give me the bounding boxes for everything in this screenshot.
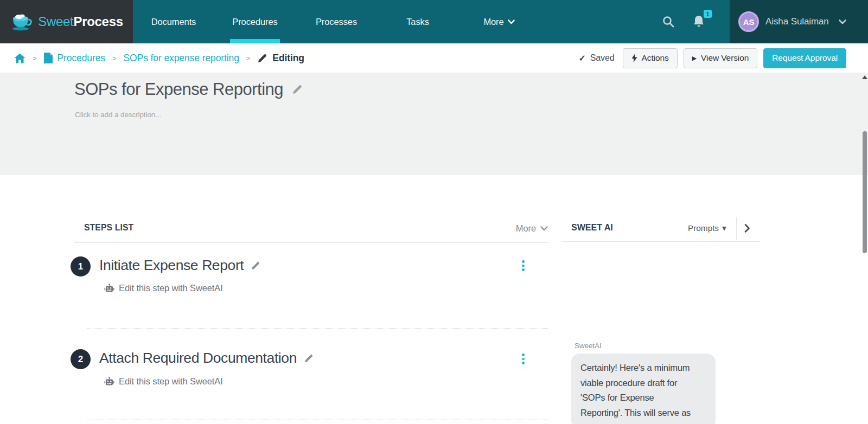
procedure-header: SOPs for Expense Reporting Click to add … [0, 73, 868, 175]
chat-sender-label: SweetAI [575, 342, 602, 350]
sweet-ai-heading: SWEET AI [571, 222, 613, 233]
pencil-icon[interactable] [292, 84, 303, 95]
brand-logo[interactable]: SweetProcess [0, 0, 133, 43]
breadcrumb: > Procedures > SOPs for expense reportin… [14, 43, 304, 73]
breadcrumb-current: Editing [257, 53, 304, 64]
lightning-icon [631, 54, 637, 62]
step-2-menu-button[interactable] [520, 351, 527, 367]
document-icon [44, 53, 53, 63]
scrollbar-thumb[interactable] [863, 131, 867, 253]
nav-links: Documents Procedures Processes Tasks Mor… [133, 0, 540, 43]
nav-item-tasks[interactable]: Tasks [377, 0, 458, 43]
breadcrumb-separator: > [112, 54, 117, 62]
description-placeholder[interactable]: Click to add a description... [75, 111, 161, 119]
brand-name: SweetProcess [38, 14, 123, 29]
steps-list-heading: STEPS LIST [84, 222, 133, 233]
step-number-badge: 1 [71, 256, 91, 277]
chevron-down-icon [839, 20, 846, 24]
chat-message-bubble: Certainly! Here's a minimum viable proce… [571, 354, 716, 424]
collapse-panel-button[interactable] [741, 221, 753, 235]
chevron-right-icon [744, 224, 750, 233]
caret-down-icon: ▾ [722, 223, 726, 233]
notifications-button[interactable]: 1 [690, 13, 707, 30]
play-icon: ▶ [692, 55, 697, 62]
procedure-title[interactable]: SOPs for Expense Reporting [74, 80, 283, 99]
search-button[interactable] [660, 13, 677, 30]
step-divider [87, 420, 548, 420]
breadcrumb-separator: > [246, 54, 251, 62]
step-divider [87, 329, 548, 329]
request-approval-button[interactable]: Request Approval [763, 48, 846, 68]
steps-more-menu[interactable]: More [486, 223, 548, 234]
step-2-title[interactable]: Attach Required Documentation [99, 350, 314, 367]
toolbar-actions: ✓ Saved Actions ▶ View Version Request A… [578, 43, 846, 73]
panel-divider [736, 217, 737, 240]
home-icon[interactable] [14, 53, 25, 63]
check-icon: ✓ [578, 53, 585, 63]
step-2-edit-with-ai[interactable]: Edit this step with SweetAI [104, 376, 223, 387]
user-menu[interactable]: AS Aisha Sulaiman [730, 0, 868, 43]
panel-header-divider [561, 241, 760, 242]
nav-item-more[interactable]: More [458, 0, 540, 43]
pencil-icon [257, 53, 267, 63]
saved-status: ✓ Saved [578, 53, 614, 63]
robot-icon [104, 377, 114, 386]
prompts-dropdown[interactable]: Prompts ▾ [688, 223, 726, 233]
step-1-menu-button[interactable] [520, 258, 527, 273]
coffee-cup-icon [10, 12, 34, 31]
step-1-edit-with-ai[interactable]: Edit this step with SweetAI [104, 283, 223, 293]
breadcrumb-separator: > [33, 54, 37, 62]
avatar: AS [738, 11, 759, 32]
nav-item-documents[interactable]: Documents [133, 0, 214, 43]
breadcrumb-link-procedures[interactable]: Procedures [44, 53, 106, 64]
chevron-down-icon [508, 20, 515, 24]
step-number-badge: 2 [71, 349, 91, 369]
notification-badge: 1 [704, 10, 712, 18]
steps-header-divider [74, 242, 548, 243]
scrollbar-up-arrow[interactable] [862, 75, 867, 79]
breadcrumb-link-sop[interactable]: SOPs for expense reporting [124, 53, 239, 64]
step-1-title[interactable]: Initiate Expense Report [99, 257, 260, 274]
chevron-down-icon [540, 226, 548, 231]
robot-icon [104, 284, 114, 293]
view-version-button[interactable]: ▶ View Version [684, 48, 758, 68]
page: SweetProcess Documents Procedures Proces… [0, 0, 868, 424]
search-icon [662, 15, 675, 28]
pencil-icon[interactable] [304, 354, 314, 363]
nav-item-procedures[interactable]: Procedures [214, 0, 296, 43]
actions-button[interactable]: Actions [623, 48, 678, 68]
top-nav: SweetProcess Documents Procedures Proces… [0, 0, 868, 43]
pencil-icon[interactable] [251, 261, 260, 271]
chat-message-text: Certainly! Here's a minimum viable proce… [580, 361, 706, 420]
breadcrumb-bar: > Procedures > SOPs for expense reportin… [0, 43, 868, 73]
nav-item-processes[interactable]: Processes [296, 0, 377, 43]
user-name: Aisha Sulaiman [765, 16, 829, 27]
